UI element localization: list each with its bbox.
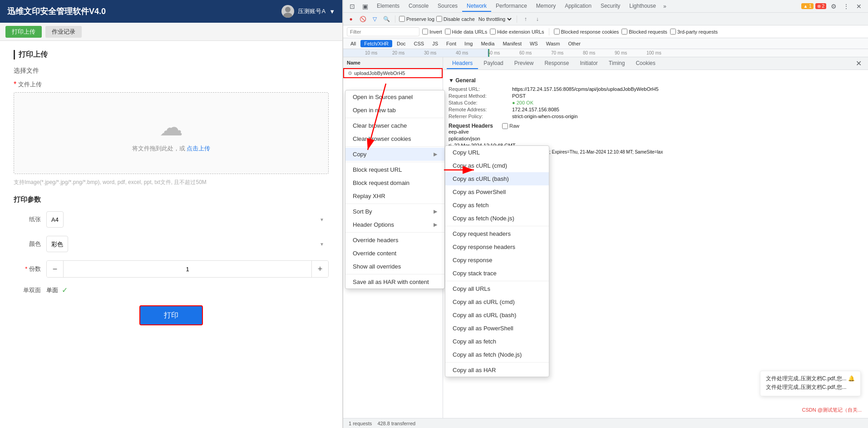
filter-ws[interactable]: WS [526, 40, 542, 47]
settings-icon[interactable]: ⚙ [828, 1, 839, 12]
throttle-select[interactable]: No throttling [477, 16, 513, 22]
detail-tab-initiator[interactable]: Initiator [574, 58, 603, 69]
filter-input[interactable] [347, 27, 419, 36]
hide-data-urls-label[interactable]: Hide data URLs [445, 29, 488, 35]
sub-copy-req-headers[interactable]: Copy request headers [445, 227, 549, 240]
tab-performance[interactable]: Performance [491, 1, 532, 12]
filter-fetch-xhr[interactable]: Fetch/XHR [360, 40, 392, 47]
detail-tab-payload[interactable]: Payload [478, 58, 508, 69]
disable-cache-label[interactable]: Disable cache [436, 16, 475, 22]
ctx-header-options[interactable]: Header Options ▶ [345, 218, 444, 231]
detail-tab-headers[interactable]: Headers [447, 58, 478, 69]
ctx-clear-cache[interactable]: Clear browser cache [345, 119, 444, 132]
user-dropdown-icon[interactable]: ▼ [329, 8, 335, 15]
job-history-tab[interactable]: 作业记录 [45, 26, 82, 38]
sub-copy-all-urls[interactable]: Copy all URLs [445, 282, 549, 295]
filter-other[interactable]: Other [564, 40, 584, 47]
tab-network[interactable]: Network [462, 1, 491, 12]
sub-copy-all-fetch-node[interactable]: Copy all as fetch (Node.js) [445, 348, 549, 361]
sub-copy-all-har[interactable]: Copy all as HAR [445, 363, 549, 377]
ctx-block-domain[interactable]: Block request domain [345, 176, 444, 189]
sub-copy-all-curl-cmd[interactable]: Copy all as cURL (cmd) [445, 295, 549, 309]
blocked-req-checkbox[interactable] [621, 29, 627, 35]
color-select[interactable]: 彩色 [46, 236, 68, 252]
ctx-replay-xhr[interactable]: Replay XHR [345, 189, 444, 203]
raw-checkbox[interactable] [502, 123, 508, 129]
tab-more[interactable]: » [661, 1, 669, 11]
ctx-override-headers[interactable]: Override headers [345, 234, 444, 247]
filter-manifest[interactable]: Manifest [499, 40, 525, 47]
copies-increment-btn[interactable]: + [312, 261, 328, 277]
paper-select[interactable]: A4 [46, 211, 64, 228]
inspect-icon[interactable]: ⊡ [347, 1, 358, 12]
filter-font[interactable]: Font [443, 40, 460, 47]
sub-copy-all-powershell[interactable]: Copy all as PowerShell [445, 322, 549, 335]
print-upload-tab[interactable]: 打印上传 [5, 26, 42, 38]
upload-area[interactable]: ☁ 将文件拖到此处，或 点击上传 [14, 92, 329, 174]
ctx-clear-cookies[interactable]: Clear browser cookies [345, 132, 444, 145]
more-options-icon[interactable]: ⋮ [841, 1, 852, 12]
ctx-sort-by[interactable]: Sort By ▶ [345, 205, 444, 218]
preserve-log-label[interactable]: Preserve log [399, 16, 434, 22]
print-button[interactable]: 打印 [139, 305, 203, 325]
record-btn[interactable]: ● [346, 14, 356, 24]
sub-copy-all-curl-bash[interactable]: Copy all as cURL (bash) [445, 309, 549, 322]
copies-input[interactable] [63, 261, 312, 277]
ctx-copy[interactable]: Copy ▶ [345, 148, 444, 161]
third-party-checkbox[interactable] [670, 29, 676, 35]
tab-console[interactable]: Console [404, 1, 433, 12]
tab-security[interactable]: Security [596, 1, 625, 12]
hide-ext-urls-checkbox[interactable] [490, 29, 496, 35]
filter-wasm[interactable]: Wasm [542, 40, 564, 47]
tab-sources[interactable]: Sources [433, 1, 462, 12]
import-icon[interactable]: ↑ [521, 14, 531, 24]
sub-copy-fetch[interactable]: Copy as fetch [445, 199, 549, 212]
filter-doc[interactable]: Doc [393, 40, 409, 47]
preserve-log-checkbox[interactable] [399, 16, 405, 22]
sub-copy-resp-headers[interactable]: Copy response headers [445, 240, 549, 254]
ctx-open-sources[interactable]: Open in Sources panel [345, 90, 444, 104]
close-devtools-icon[interactable]: ✕ [853, 1, 864, 12]
filter-css[interactable]: CSS [410, 40, 428, 47]
upload-link[interactable]: 点击上传 [187, 145, 210, 152]
tab-application[interactable]: Application [560, 1, 596, 12]
filter-media[interactable]: Media [477, 40, 498, 47]
sub-copy-all-fetch[interactable]: Copy all as fetch [445, 335, 549, 348]
invert-label[interactable]: Invert [422, 29, 442, 35]
device-icon[interactable]: ▣ [360, 1, 370, 12]
filter-btn[interactable]: ▽ [370, 14, 380, 24]
tab-memory[interactable]: Memory [532, 1, 560, 12]
sub-copy-stack[interactable]: Copy stack trace [445, 267, 549, 280]
hide-data-urls-checkbox[interactable] [445, 29, 451, 35]
hide-ext-urls-label[interactable]: Hide extension URLs [490, 29, 544, 35]
detail-close-btn[interactable]: ✕ [853, 58, 864, 69]
export-icon[interactable]: ↓ [533, 14, 542, 24]
tab-elements[interactable]: Elements [372, 1, 404, 12]
ctx-show-overrides[interactable]: Show all overrides [345, 260, 444, 273]
sub-copy-resp[interactable]: Copy response [445, 254, 549, 267]
ctx-open-new-tab[interactable]: Open in new tab [345, 104, 444, 117]
sub-copy-url[interactable]: Copy URL [445, 146, 549, 159]
tab-lighthouse[interactable]: Lighthouse [625, 1, 661, 12]
blocked-req-label[interactable]: Blocked requests [621, 29, 667, 35]
ctx-block-url[interactable]: Block request URL [345, 163, 444, 176]
sub-copy-curl-cmd[interactable]: Copy as cURL (cmd) [445, 159, 549, 172]
detail-tab-preview[interactable]: Preview [509, 58, 539, 69]
detail-tab-response[interactable]: Response [539, 58, 574, 69]
req-item-upload[interactable]: ⚙ uploadJobByWebOrH5 [343, 68, 443, 78]
detail-tab-timing[interactable]: Timing [603, 58, 631, 69]
copies-decrement-btn[interactable]: − [47, 261, 63, 277]
sub-copy-powershell[interactable]: Copy as PowerShell [445, 185, 549, 199]
blocked-cookies-label[interactable]: Blocked response cookies [554, 29, 619, 35]
ctx-save-har[interactable]: Save all as HAR with content [345, 275, 444, 289]
blocked-cookies-checkbox[interactable] [554, 29, 560, 35]
raw-label[interactable]: Raw [498, 123, 519, 129]
detail-tab-cookies[interactable]: Cookies [630, 58, 661, 69]
filter-img[interactable]: Img [461, 40, 476, 47]
clear-btn[interactable]: 🚫 [358, 14, 368, 24]
search-btn[interactable]: 🔍 [381, 14, 391, 24]
ctx-override-content[interactable]: Override content [345, 247, 444, 260]
sub-copy-fetch-node[interactable]: Copy as fetch (Node.js) [445, 212, 549, 225]
filter-js[interactable]: JS [429, 40, 442, 47]
filter-all[interactable]: All [347, 40, 360, 47]
